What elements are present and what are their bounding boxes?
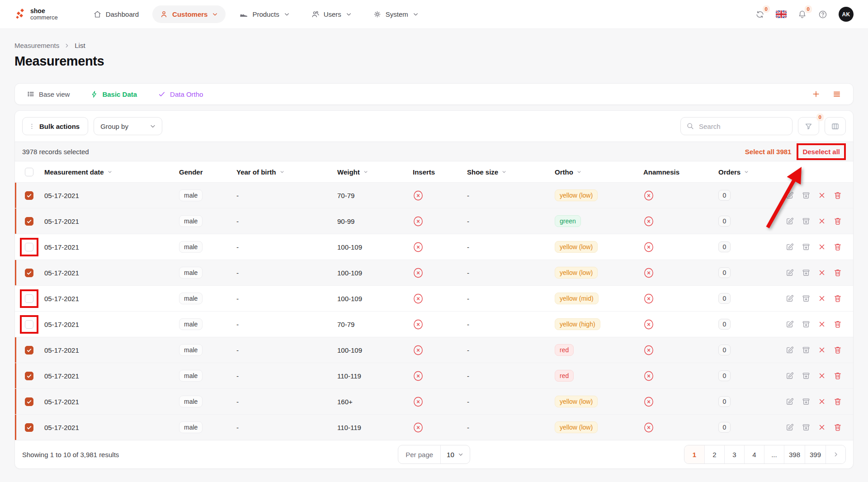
edit-icon[interactable] — [785, 217, 794, 226]
sync-icon[interactable]: 0 — [755, 9, 765, 19]
row-checkbox[interactable] — [25, 397, 33, 406]
cancel-icon[interactable] — [818, 294, 826, 302]
archive-icon[interactable] — [802, 191, 811, 200]
per-page-select[interactable]: 10 — [441, 445, 470, 463]
measurement-date-cell: 05-17-2021 — [40, 321, 175, 328]
brand-name-line2: commerce — [30, 14, 58, 21]
delete-icon[interactable] — [833, 217, 842, 226]
row-checkbox[interactable] — [25, 217, 33, 226]
archive-icon[interactable] — [802, 242, 811, 251]
group-by-select[interactable]: Group by — [94, 117, 162, 135]
sort-chevron-icon — [501, 169, 507, 175]
page-button[interactable]: 398 — [784, 445, 805, 463]
filter-button[interactable]: 0 — [798, 117, 819, 135]
cancel-icon[interactable] — [818, 191, 826, 199]
delete-icon[interactable] — [833, 320, 842, 329]
brand-logo[interactable]: shoe commerce — [14, 8, 58, 20]
row-checkbox[interactable] — [25, 294, 33, 303]
row-checkbox[interactable] — [25, 243, 33, 251]
year-of-birth-cell: - — [232, 192, 333, 199]
edit-icon[interactable] — [785, 371, 794, 380]
columns-button[interactable] — [825, 117, 846, 135]
row-checkbox[interactable] — [25, 372, 33, 380]
tab-basic-data[interactable]: Basic Data — [90, 90, 137, 98]
row-checkbox[interactable] — [25, 269, 33, 277]
column-header-weight[interactable]: Weight — [333, 168, 409, 176]
add-view-icon[interactable] — [811, 90, 821, 99]
cancel-icon[interactable] — [818, 217, 826, 225]
cancel-icon[interactable] — [818, 320, 826, 328]
nav-item-dashboard[interactable]: Dashboard — [86, 5, 146, 23]
delete-icon[interactable] — [833, 371, 842, 380]
avatar[interactable]: AK — [839, 7, 854, 22]
breadcrumb-list[interactable]: List — [75, 42, 85, 49]
column-header-inserts[interactable]: Inserts — [409, 168, 463, 176]
row-checkbox[interactable] — [25, 320, 33, 329]
column-header-anamnesis[interactable]: Anamnesis — [639, 168, 714, 176]
nav-item-products[interactable]: Products — [232, 5, 297, 24]
archive-icon[interactable] — [802, 423, 811, 432]
weight-cell: 110-119 — [333, 372, 409, 380]
select-all-checkbox[interactable] — [25, 168, 33, 176]
column-header-gender[interactable]: Gender — [175, 168, 232, 176]
delete-icon[interactable] — [833, 268, 842, 277]
edit-icon[interactable] — [785, 345, 794, 354]
cancel-icon[interactable] — [818, 372, 826, 380]
archive-icon[interactable] — [802, 294, 811, 303]
row-checkbox[interactable] — [25, 346, 33, 354]
edit-icon[interactable] — [785, 242, 794, 251]
next-page-button[interactable] — [826, 445, 845, 463]
nav-item-users[interactable]: Users — [304, 5, 359, 23]
archive-icon[interactable] — [802, 397, 811, 406]
cancel-icon[interactable] — [818, 423, 826, 431]
breadcrumb-measurements[interactable]: Measurements — [14, 42, 59, 49]
rows-icon[interactable] — [832, 90, 841, 99]
delete-icon[interactable] — [833, 294, 842, 303]
tab-data-ortho[interactable]: Data Ortho — [158, 90, 203, 98]
search-input[interactable] — [680, 117, 793, 135]
edit-icon[interactable] — [785, 397, 794, 406]
help-icon[interactable] — [818, 9, 828, 19]
tab-base-view[interactable]: Base view — [27, 90, 70, 98]
archive-icon[interactable] — [802, 345, 811, 354]
delete-icon[interactable] — [833, 345, 842, 354]
column-header-measurement-date[interactable]: Measurement date — [40, 168, 175, 176]
select-all-link[interactable]: Select all 3981 — [745, 148, 792, 156]
nav-item-customers[interactable]: Customers — [152, 5, 226, 23]
page-button[interactable]: 2 — [704, 445, 724, 463]
edit-icon[interactable] — [785, 423, 794, 432]
delete-icon[interactable] — [833, 191, 842, 200]
row-checkbox[interactable] — [25, 191, 33, 200]
page-button[interactable]: ... — [764, 445, 784, 463]
archive-icon[interactable] — [802, 371, 811, 380]
cancel-icon[interactable] — [818, 269, 826, 277]
archive-icon[interactable] — [802, 217, 811, 226]
archive-icon[interactable] — [802, 320, 811, 329]
page-button[interactable]: 3 — [724, 445, 744, 463]
column-header-shoe-size[interactable]: Shoe size — [463, 168, 551, 176]
page-button[interactable]: 399 — [805, 445, 826, 463]
nav-item-system[interactable]: System — [366, 5, 426, 23]
delete-icon[interactable] — [833, 242, 842, 251]
deselect-all-link[interactable]: Deselect all — [802, 148, 840, 156]
cancel-icon[interactable] — [818, 346, 826, 354]
page-button[interactable]: 1 — [684, 445, 704, 463]
column-header-ortho[interactable]: Ortho — [551, 168, 639, 176]
cancel-icon[interactable] — [818, 243, 826, 251]
weight-cell: 100-109 — [333, 346, 409, 354]
row-checkbox[interactable] — [25, 423, 33, 432]
delete-icon[interactable] — [833, 397, 842, 406]
archive-icon[interactable] — [802, 268, 811, 277]
column-header-year-of-birth[interactable]: Year of birth — [232, 168, 333, 176]
edit-icon[interactable] — [785, 268, 794, 277]
delete-icon[interactable] — [833, 423, 842, 432]
page-button[interactable]: 4 — [744, 445, 764, 463]
bell-icon[interactable]: 0 — [797, 9, 807, 19]
edit-icon[interactable] — [785, 191, 794, 200]
edit-icon[interactable] — [785, 294, 794, 303]
bulk-actions-button[interactable]: Bulk actions — [22, 117, 88, 135]
column-header-orders[interactable]: Orders — [714, 168, 782, 176]
cancel-icon[interactable] — [818, 397, 826, 406]
edit-icon[interactable] — [785, 320, 794, 329]
language-flag-uk[interactable] — [776, 10, 787, 18]
